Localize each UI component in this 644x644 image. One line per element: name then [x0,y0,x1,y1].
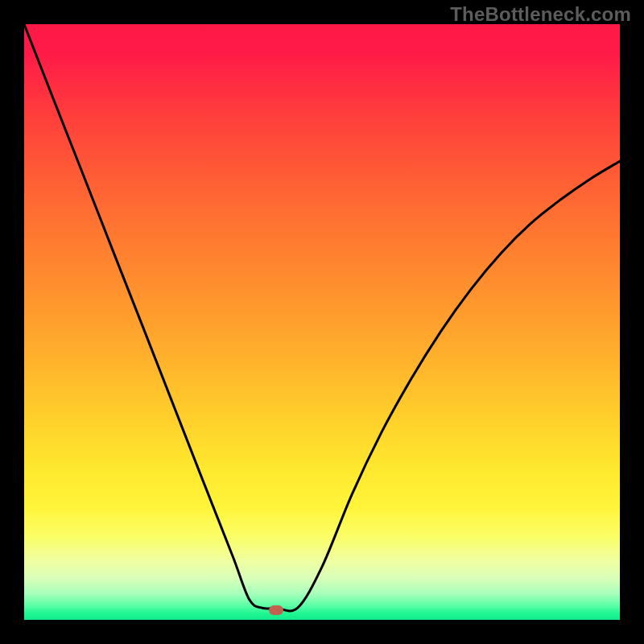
sweet-spot-marker [269,605,283,615]
watermark-text: TheBottleneck.com [450,3,631,26]
plot-area [24,24,620,620]
bottleneck-curve [24,24,620,611]
curve-svg [24,24,620,620]
chart-stage: TheBottleneck.com [0,0,644,644]
